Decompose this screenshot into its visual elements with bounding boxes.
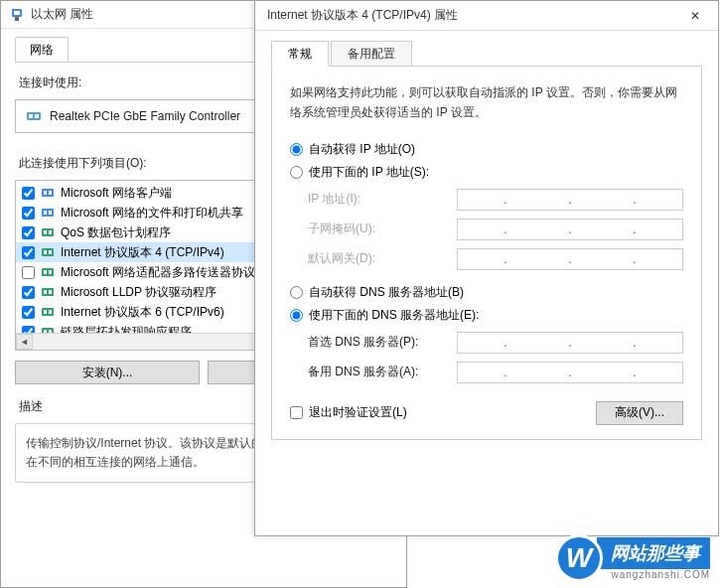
svg-rect-21 [42,288,54,296]
radio-auto-dns-input[interactable] [290,286,303,299]
subnet-mask-input: ... [457,219,683,240]
gateway-label: 默认网关(D): [308,250,457,267]
svg-rect-2 [15,17,19,21]
tab-alternate-config[interactable]: 备用配置 [331,41,412,66]
svg-rect-26 [49,310,52,314]
protocol-checkbox[interactable] [22,246,35,259]
gateway-input: ... [457,248,683,270]
svg-rect-11 [49,211,52,215]
svg-rect-7 [44,191,47,195]
protocol-label: QoS 数据包计划程序 [61,224,171,241]
protocol-icon [41,285,55,299]
svg-rect-12 [42,228,54,236]
dns2-label: 备用 DNS 服务器(A): [308,364,457,380]
protocol-checkbox[interactable] [22,226,35,239]
watermark-badge: W [555,534,603,582]
ip-address-label: IP 地址(I): [308,191,457,208]
front-titlebar: Internet 协议版本 4 (TCP/IPv4) 属性 ✕ [255,1,718,31]
radio-auto-ip-label: 自动获得 IP 地址(O) [309,141,415,158]
back-window-title: 以太网 属性 [31,6,93,23]
install-button[interactable]: 安装(N)... [15,361,200,384]
radio-manual-dns-input[interactable] [290,309,303,322]
svg-rect-25 [44,310,47,314]
validate-checkbox[interactable] [290,406,303,419]
svg-rect-15 [42,248,54,256]
protocol-checkbox[interactable] [22,286,35,299]
svg-rect-17 [49,250,52,254]
tab-network[interactable]: 网络 [15,37,69,62]
dns1-label: 首选 DNS 服务器(P): [308,334,457,351]
svg-rect-10 [44,211,47,215]
svg-rect-23 [49,290,52,294]
protocol-icon [41,305,55,319]
protocol-label: Internet 协议版本 6 (TCP/IPv6) [61,304,224,321]
scroll-left-arrow[interactable]: ◄ [16,334,33,350]
tab-general[interactable]: 常规 [271,41,329,67]
nic-icon [26,108,42,124]
protocol-icon [41,245,55,259]
svg-rect-13 [44,230,47,234]
svg-rect-20 [49,270,52,274]
svg-rect-6 [42,189,54,197]
info-text: 如果网络支持此功能，则可以获取自动指派的 IP 设置。否则，你需要从网络系统管理… [290,82,683,123]
svg-rect-19 [44,270,47,274]
svg-rect-24 [42,308,54,316]
radio-manual-dns-label: 使用下面的 DNS 服务器地址(E): [309,307,479,324]
front-tab-strip: 常规 备用配置 [271,41,702,67]
close-icon: ✕ [690,9,700,23]
svg-rect-8 [49,191,52,195]
svg-rect-1 [14,11,20,15]
svg-rect-5 [35,114,39,118]
svg-rect-4 [29,114,33,118]
radio-manual-ip-label: 使用下面的 IP 地址(S): [309,164,429,181]
advanced-button[interactable]: 高级(V)... [596,401,683,425]
front-window-title: Internet 协议版本 4 (TCP/IPv4) 属性 [267,7,672,24]
protocol-label: Microsoft 网络的文件和打印机共享 [61,205,243,221]
svg-rect-14 [49,230,52,234]
close-button[interactable]: ✕ [672,1,718,31]
radio-manual-ip[interactable]: 使用下面的 IP 地址(S): [290,164,683,181]
radio-auto-ip-input[interactable] [290,143,303,156]
protocol-label: Microsoft 网络适配器多路传送器协议 [61,264,255,281]
client-icon [41,186,55,200]
protocol-checkbox[interactable] [22,266,35,279]
dns2-input[interactable]: ... [457,362,683,383]
validate-checkbox-row[interactable]: 退出时验证设置(L) [290,404,407,421]
dns1-input[interactable]: ... [457,332,683,354]
validate-label: 退出时验证设置(L) [309,404,407,421]
ethernet-icon [9,7,25,23]
radio-manual-ip-input[interactable] [290,166,303,179]
client-icon [41,206,55,220]
watermark-text: 网站那些事 [597,537,710,569]
adapter-name: Realtek PCIe GbE Family Controller [50,109,240,123]
svg-rect-16 [44,250,47,254]
subnet-mask-label: 子网掩码(U): [308,220,457,237]
radio-auto-dns[interactable]: 自动获得 DNS 服务器地址(B) [290,284,683,301]
svg-rect-9 [42,209,54,217]
radio-manual-dns[interactable]: 使用下面的 DNS 服务器地址(E): [290,307,683,324]
service-icon [41,225,55,239]
protocol-checkbox[interactable] [22,207,35,220]
svg-rect-22 [44,290,47,294]
protocol-checkbox[interactable] [22,306,35,319]
watermark: W 网站那些事 wangzhanshi.COM [555,534,710,582]
protocol-label: Microsoft LLDP 协议驱动程序 [61,284,216,301]
radio-auto-ip[interactable]: 自动获得 IP 地址(O) [290,141,683,158]
protocol-checkbox[interactable] [22,187,35,200]
protocol-label: Internet 协议版本 4 (TCP/IPv4) [61,244,224,261]
protocol-icon [41,265,55,279]
ip-address-input: ... [457,189,683,211]
svg-rect-18 [42,268,54,276]
watermark-sub: wangzhanshi.COM [612,569,710,580]
ipv4-properties-window: Internet 协议版本 4 (TCP/IPv4) 属性 ✕ 常规 备用配置 … [254,0,719,536]
protocol-label: Microsoft 网络客户端 [61,185,172,202]
radio-auto-dns-label: 自动获得 DNS 服务器地址(B) [309,284,464,301]
